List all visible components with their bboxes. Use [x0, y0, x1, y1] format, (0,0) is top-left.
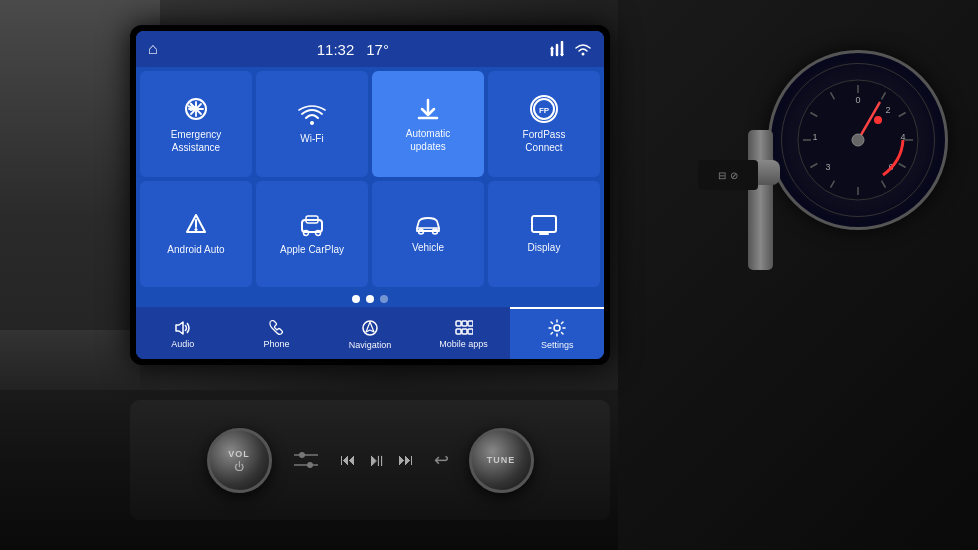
svg-point-20 — [852, 134, 864, 146]
svg-text:1: 1 — [812, 132, 817, 142]
navigation-nav-icon — [361, 319, 379, 337]
svg-rect-61 — [468, 329, 473, 334]
svg-point-62 — [554, 325, 560, 331]
navigation-nav-label: Navigation — [349, 340, 392, 350]
nav-settings[interactable]: Settings — [510, 307, 604, 359]
wifi-label: Wi-Fi — [300, 132, 323, 145]
svg-rect-59 — [456, 329, 461, 334]
svg-rect-58 — [468, 321, 473, 326]
vent-area — [0, 330, 140, 390]
page-dot-3[interactable] — [380, 295, 388, 303]
temp-display: 17° — [366, 41, 389, 58]
svg-marker-25 — [550, 46, 554, 49]
bottom-nav: Audio Phone Navigation — [136, 307, 604, 359]
svg-text:2: 2 — [885, 105, 890, 115]
svg-rect-56 — [456, 321, 461, 326]
svg-text:0: 0 — [855, 95, 860, 105]
emergency-assistance-cell[interactable]: EmergencyAssistance — [140, 71, 252, 177]
settings-nav-label: Settings — [541, 340, 574, 350]
svg-point-27 — [582, 53, 585, 56]
climate-icon — [292, 450, 320, 470]
fordpass-icon: FP — [530, 95, 558, 123]
time-display: 11:32 — [317, 41, 355, 58]
next-track-btn[interactable]: ⏭ — [398, 451, 414, 469]
svg-point-64 — [299, 452, 305, 458]
wifi-icon — [574, 42, 592, 56]
stalk — [748, 130, 773, 270]
apple-carplay-label: Apple CarPlay — [280, 243, 344, 256]
tune-knob-label: TUNE — [487, 455, 516, 465]
android-auto-icon — [183, 212, 209, 238]
fordpass-svg: FP — [532, 97, 556, 121]
nav-navigation[interactable]: Navigation — [323, 307, 417, 359]
svg-marker-26 — [560, 52, 564, 55]
automatic-updates-label: Automaticupdates — [406, 127, 450, 153]
display-label: Display — [528, 241, 561, 254]
vol-knob-label: VOL — [228, 449, 250, 459]
automatic-updates-cell[interactable]: Automaticupdates — [372, 71, 484, 177]
top-bar: ⌂ 11:32 17° — [136, 31, 604, 67]
screen: ⌂ 11:32 17° — [136, 31, 604, 359]
gauge-cluster: 0 2 4 6 3 1 — [628, 30, 968, 330]
nav-audio[interactable]: Audio — [136, 307, 230, 359]
settings-nav-icon — [548, 319, 566, 337]
svg-point-66 — [307, 462, 313, 468]
carplay-icon — [300, 212, 324, 238]
page-dot-2[interactable] — [366, 295, 374, 303]
svg-rect-57 — [462, 321, 467, 326]
svg-rect-60 — [462, 329, 467, 334]
speedometer-gauge: 0 2 4 6 3 1 — [768, 50, 948, 230]
home-icon[interactable]: ⌂ — [148, 40, 158, 58]
download-icon — [415, 96, 441, 122]
display-cell[interactable]: Display — [488, 181, 600, 287]
top-bar-center: 11:32 17° — [317, 41, 389, 58]
svg-text:FP: FP — [539, 106, 550, 115]
vehicle-label: Vehicle — [412, 241, 444, 254]
svg-point-43 — [195, 228, 198, 231]
nav-phone[interactable]: Phone — [230, 307, 324, 359]
play-pause-btn[interactable]: ⏯ — [368, 450, 386, 471]
back-btn[interactable]: ↩ — [434, 449, 449, 471]
fordpass-cell[interactable]: FP FordPassConnect — [488, 71, 600, 177]
climate-controls — [292, 450, 320, 470]
wifi-cell[interactable]: Wi-Fi — [256, 71, 368, 177]
vol-knob[interactable]: VOL ⏻ — [207, 428, 272, 493]
audio-nav-icon — [174, 320, 192, 336]
apple-carplay-cell[interactable]: Apple CarPlay — [256, 181, 368, 287]
warning-display: ⊟ ⊘ — [698, 160, 758, 190]
phone-nav-label: Phone — [263, 339, 289, 349]
android-auto-cell[interactable]: Android Auto — [140, 181, 252, 287]
svg-point-21 — [874, 116, 882, 124]
bottom-controls: VOL ⏻ ⏮ ⏯ ⏭ ↩ TUNE — [130, 400, 610, 520]
audio-nav-label: Audio — [171, 339, 194, 349]
tune-knob[interactable]: TUNE — [469, 428, 534, 493]
media-controls: ⏮ ⏯ ⏭ — [340, 450, 414, 471]
emergency-assistance-label: EmergencyAssistance — [171, 128, 222, 154]
page-dots — [140, 291, 600, 307]
top-bar-right — [548, 41, 592, 57]
mobile-apps-nav-icon — [455, 320, 473, 336]
svg-text:3: 3 — [825, 162, 830, 172]
gauge-svg: 0 2 4 6 3 1 — [793, 75, 923, 205]
display-icon — [530, 214, 558, 236]
screen-bezel: ⌂ 11:32 17° — [130, 25, 610, 365]
prev-track-btn[interactable]: ⏮ — [340, 451, 356, 469]
android-auto-label: Android Auto — [167, 243, 224, 256]
svg-marker-55 — [366, 322, 374, 332]
mobile-apps-nav-label: Mobile apps — [439, 339, 488, 349]
right-panel: 0 2 4 6 3 1 — [618, 0, 978, 550]
grid-row-1: EmergencyAssistance Wi-Fi — [140, 71, 600, 177]
signal-icon — [548, 41, 566, 57]
svg-point-37 — [310, 121, 314, 125]
vehicle-cell[interactable]: Vehicle — [372, 181, 484, 287]
svg-rect-51 — [532, 216, 556, 232]
gauge-inner: 0 2 4 6 3 1 — [781, 63, 935, 217]
emergency-icon — [182, 95, 210, 123]
page-dot-1[interactable] — [352, 295, 360, 303]
vehicle-icon — [414, 214, 442, 236]
main-area: EmergencyAssistance Wi-Fi — [136, 67, 604, 307]
grid-row-2: Android Auto Apple CarPlay — [140, 181, 600, 287]
phone-nav-icon — [268, 320, 284, 336]
nav-mobile-apps[interactable]: Mobile apps — [417, 307, 511, 359]
wifi-cell-icon — [298, 103, 326, 127]
